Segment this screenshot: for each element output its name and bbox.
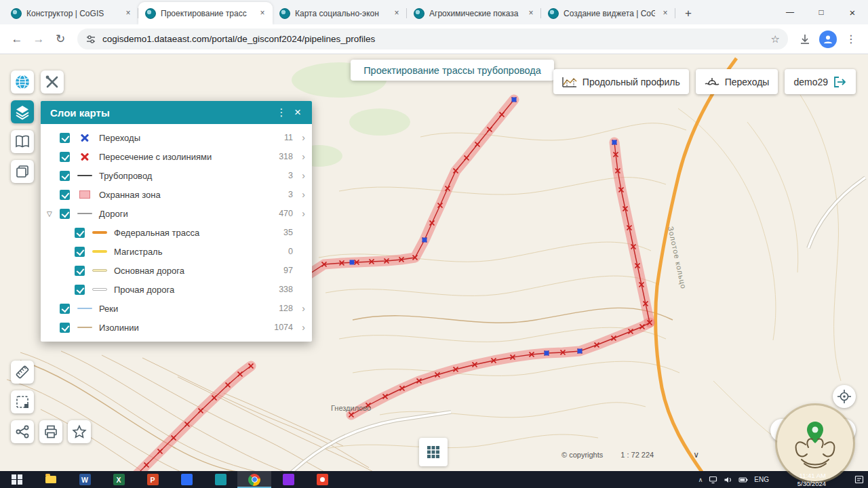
back-button[interactable]: ← <box>7 29 27 49</box>
tools-button[interactable] <box>41 70 64 94</box>
browser-tab-4[interactable]: Агрохимические показа × <box>407 2 541 24</box>
layer-checkbox[interactable] <box>60 133 70 143</box>
user-session-button[interactable]: demo29 <box>785 69 856 94</box>
layer-row-isoline-intersections[interactable]: Пересечение с изолиниями 318 › <box>41 147 312 166</box>
start-button[interactable] <box>0 471 34 488</box>
crossings-button[interactable]: Переходы <box>696 69 778 94</box>
layer-checkbox[interactable] <box>75 228 85 238</box>
layer-swatch-red-x-icon <box>77 151 93 162</box>
tab-close-icon[interactable]: × <box>526 8 536 19</box>
taskbar-app-purple[interactable] <box>271 471 305 488</box>
layer-expand-chevron-icon[interactable]: › <box>293 209 305 218</box>
layer-row-roads[interactable]: ▽ Дороги 470 › <box>41 204 312 223</box>
battery-icon[interactable] <box>738 476 748 484</box>
measure-button[interactable] <box>11 361 34 384</box>
bookmarks-maps-button[interactable] <box>11 160 34 183</box>
tab-close-icon[interactable]: × <box>123 8 134 19</box>
layer-checkbox[interactable] <box>60 209 70 219</box>
tab-favicon-icon <box>145 8 156 19</box>
reload-button[interactable]: ↻ <box>50 29 71 49</box>
tab-close-icon[interactable]: × <box>660 8 671 19</box>
browser-tab-2-active[interactable]: Проектирование трасс × <box>138 2 273 24</box>
layer-checkbox[interactable] <box>75 247 85 257</box>
layer-expand-chevron-icon[interactable]: › <box>293 152 305 161</box>
username-label: demo29 <box>793 77 828 87</box>
language-indicator[interactable]: ENG <box>754 476 769 483</box>
taskbar-chrome[interactable] <box>237 471 271 488</box>
new-tab-button[interactable]: + <box>679 5 697 22</box>
window-maximize-button[interactable]: □ <box>806 0 837 24</box>
layer-checkbox[interactable] <box>60 304 70 314</box>
notification-icon <box>854 475 864 484</box>
site-info-icon[interactable] <box>85 34 96 45</box>
forward-button[interactable]: → <box>28 29 49 49</box>
legend-button[interactable] <box>11 130 34 153</box>
layer-row-crossings[interactable]: Переходы 11 › <box>41 128 312 147</box>
layer-checkbox[interactable] <box>75 285 85 295</box>
window-minimize-button[interactable]: — <box>774 0 806 24</box>
attribute-table-button[interactable] <box>419 438 448 466</box>
browser-tab-3[interactable]: Карта социально-экон × <box>273 2 407 24</box>
layer-row-magistral[interactable]: Магистраль 0 <box>41 242 312 261</box>
scale-dropdown-chevron-icon[interactable]: ∨ <box>693 450 699 460</box>
taskbar-file-explorer[interactable] <box>34 471 68 488</box>
volume-icon[interactable] <box>724 476 732 484</box>
action-center-button[interactable] <box>854 471 864 488</box>
tray-overflow-chevron-icon[interactable]: ∧ <box>698 476 703 483</box>
map-scale-value[interactable]: 1 : 72 224 <box>620 451 654 459</box>
taskbar-recorder[interactable] <box>305 471 339 488</box>
layer-row-isolines[interactable]: Изолинии 1074 › <box>41 318 312 337</box>
browser-tab-1[interactable]: Конструктор | CoGIS × <box>4 2 138 24</box>
chrome-icon <box>248 474 260 486</box>
taskbar-app-blue[interactable] <box>170 471 203 488</box>
layer-row-other-road[interactable]: Прочая дорога 338 <box>41 280 312 299</box>
copyright-text[interactable]: © copyrights <box>561 451 603 459</box>
tab-title: Создание виджета | CoG <box>564 9 655 18</box>
layer-checkbox[interactable] <box>60 152 70 162</box>
layer-row-rivers[interactable]: Реки 128 › <box>41 299 312 318</box>
layer-expand-chevron-icon[interactable]: › <box>293 190 305 199</box>
layers-panel-button[interactable] <box>11 100 34 123</box>
layer-row-federal-highway[interactable]: Федеральная трасса 35 <box>41 223 312 242</box>
browser-profile-avatar[interactable] <box>819 30 837 48</box>
taskbar-powerpoint[interactable]: P <box>136 471 170 488</box>
bookmark-star-icon[interactable]: ☆ <box>771 33 780 45</box>
layer-checkbox[interactable] <box>60 190 70 200</box>
network-icon[interactable] <box>709 476 717 484</box>
panel-close-icon[interactable]: × <box>289 106 307 119</box>
url-text[interactable]: cogisdemo1.dataeast.com/portal/de_giscon… <box>102 34 765 44</box>
layers-panel-header[interactable]: Слои карты ⋮ × <box>41 101 312 124</box>
share-button[interactable] <box>11 420 34 443</box>
print-button[interactable] <box>39 420 62 443</box>
window-close-button[interactable]: × <box>837 0 868 24</box>
download-icon[interactable] <box>795 29 815 49</box>
select-area-button[interactable] <box>11 390 34 413</box>
layer-row-main-road[interactable]: Основная дорога 97 <box>41 261 312 280</box>
layer-expand-chevron-icon[interactable]: › <box>293 133 305 142</box>
layer-checkbox[interactable] <box>60 323 70 333</box>
layer-checkbox[interactable] <box>75 266 85 276</box>
layer-row-pipeline[interactable]: Трубопровод 3 › <box>41 166 312 185</box>
layer-expand-chevron-icon[interactable]: › <box>293 323 305 332</box>
layer-count: 97 <box>283 266 293 275</box>
basemap-globe-button[interactable] <box>11 70 34 94</box>
panel-menu-kebab-icon[interactable]: ⋮ <box>274 106 289 119</box>
layer-expand-chevron-icon[interactable]: › <box>293 171 305 180</box>
tab-close-icon[interactable]: × <box>391 8 402 19</box>
taskbar-excel[interactable]: X <box>102 471 136 488</box>
favorites-button[interactable] <box>68 420 91 443</box>
taskbar-app-teal[interactable] <box>203 471 237 488</box>
geolocation-button[interactable] <box>833 385 856 408</box>
tab-close-icon[interactable]: × <box>257 8 268 19</box>
taskbar-clock[interactable]: 11:41 AM 5/30/2024 <box>797 471 826 488</box>
layer-row-protection-zone[interactable]: Охранная зона 3 › <box>41 185 312 204</box>
longitudinal-profile-button[interactable]: Продольный профиль <box>553 69 689 94</box>
layer-checkbox[interactable] <box>60 171 70 181</box>
group-collapse-triangle-icon[interactable]: ▽ <box>47 210 52 218</box>
browser-menu-kebab-icon[interactable]: ⋮ <box>841 29 861 49</box>
taskbar-word[interactable]: W <box>68 471 102 488</box>
browser-tab-5[interactable]: Создание виджета | CoG × <box>541 2 675 24</box>
layer-expand-chevron-icon[interactable]: › <box>293 304 305 313</box>
tab-favicon-icon <box>414 8 425 19</box>
address-bar[interactable]: cogisdemo1.dataeast.com/portal/de_giscon… <box>77 28 788 49</box>
